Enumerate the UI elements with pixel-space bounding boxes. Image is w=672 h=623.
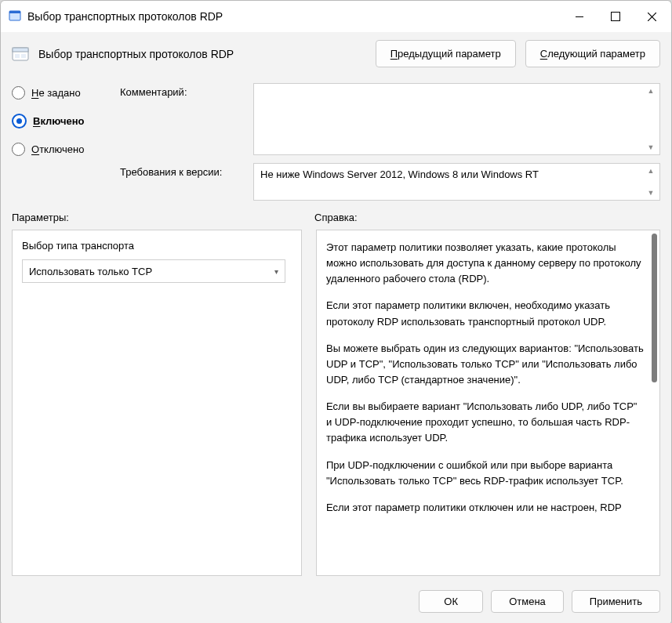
chevron-down-icon: ▾: [274, 267, 278, 276]
footer: ОК Отмена Применить: [1, 584, 671, 623]
title-bar: Выбор транспортных протоколов RDP: [1, 1, 671, 32]
minimize-button[interactable]: [561, 1, 598, 32]
supported-value: Не ниже Windows Server 2012, Windows 8 и…: [260, 168, 539, 180]
maximize-button[interactable]: [598, 1, 634, 32]
transport-type-label: Выбор типа транспорта: [22, 240, 292, 252]
previous-setting-button[interactable]: Предыдущий параметр: [376, 40, 516, 67]
radio-label: Не задано: [31, 87, 81, 99]
comment-column: Комментарий: ▲ ▼ Требования к версии: Не…: [120, 83, 660, 201]
comment-row: Комментарий: ▲ ▼: [120, 83, 660, 155]
help-paragraph: Вы можете выбрать один из следующих вари…: [326, 341, 645, 388]
dialog-body: Выбор транспортных протоколов RDP Предыд…: [1, 32, 671, 623]
dialog-window: Выбор транспортных протоколов RDP Выбор …: [0, 0, 672, 623]
radio-icon: [12, 143, 25, 156]
state-comment-row: Не задано Включено Отключено Комментарий…: [1, 80, 671, 201]
header-row: Выбор транспортных протоколов RDP Предыд…: [1, 32, 671, 80]
supported-scroll: ▲ ▼: [645, 165, 658, 198]
close-button[interactable]: [634, 1, 670, 32]
radio-icon: [12, 86, 25, 100]
scroll-up-icon[interactable]: ▲: [645, 165, 656, 176]
scroll-down-icon[interactable]: ▼: [645, 187, 656, 198]
svg-rect-7: [21, 54, 26, 58]
svg-rect-1: [9, 11, 20, 13]
ok-button[interactable]: ОК: [419, 590, 483, 613]
help-text: Этот параметр политики позволяет указать…: [326, 240, 645, 566]
help-paragraph: Если вы выбираете вариант "Использовать …: [326, 399, 645, 446]
scroll-down-icon[interactable]: ▼: [645, 142, 656, 153]
app-icon: [9, 10, 21, 23]
scroll-up-icon[interactable]: ▲: [645, 85, 656, 96]
options-label: Параметры:: [12, 212, 300, 223]
help-paragraph: Если этот параметр политики включен, нео…: [326, 298, 645, 329]
supported-textbox: Не ниже Windows Server 2012, Windows 8 и…: [253, 163, 660, 201]
help-paragraph: При UDP-подключении с ошибкой или при вы…: [326, 458, 645, 489]
options-panel: Выбор типа транспорта Использовать тольк…: [12, 230, 302, 576]
panels-row: Выбор типа транспорта Использовать тольк…: [1, 230, 671, 584]
radio-label: Отключено: [31, 143, 84, 155]
cancel-button[interactable]: Отмена: [491, 590, 564, 613]
help-scrollbar[interactable]: [648, 230, 659, 575]
scrollbar-thumb[interactable]: [652, 234, 657, 382]
next-setting-button[interactable]: Следующий параметр: [525, 40, 660, 67]
radio-icon: [12, 114, 27, 129]
window-title: Выбор транспортных протоколов RDP: [27, 10, 561, 23]
radio-enabled[interactable]: Включено: [12, 114, 106, 129]
state-radio-group: Не задано Включено Отключено: [12, 83, 106, 201]
minimize-icon: [576, 16, 583, 17]
radio-not-configured[interactable]: Не задано: [12, 86, 106, 100]
close-icon: [648, 13, 656, 21]
comment-textbox[interactable]: ▲ ▼: [253, 83, 660, 155]
supported-row: Требования к версии: Не ниже Windows Ser…: [120, 163, 660, 201]
svg-rect-5: [13, 48, 28, 52]
comment-label: Комментарий:: [120, 83, 245, 98]
policy-icon: [12, 45, 29, 63]
help-label: Справка:: [314, 212, 660, 223]
help-panel: Этот параметр политики позволяет указать…: [316, 230, 660, 576]
supported-label: Требования к версии:: [120, 163, 245, 178]
svg-rect-6: [15, 54, 20, 58]
policy-title: Выбор транспортных протоколов RDP: [38, 48, 366, 60]
apply-button[interactable]: Применить: [572, 590, 660, 613]
radio-disabled[interactable]: Отключено: [12, 143, 106, 156]
help-paragraph: Если этот параметр политики отключен или…: [326, 500, 645, 516]
radio-label: Включено: [33, 115, 85, 127]
section-labels: Параметры: Справка:: [1, 201, 671, 230]
comment-scroll: ▲ ▼: [645, 85, 658, 153]
transport-type-select[interactable]: Использовать только TCP ▾: [22, 259, 285, 283]
transport-type-value: Использовать только TCP: [29, 266, 152, 277]
help-paragraph: Этот параметр политики позволяет указать…: [326, 240, 645, 287]
maximize-icon: [611, 12, 620, 21]
